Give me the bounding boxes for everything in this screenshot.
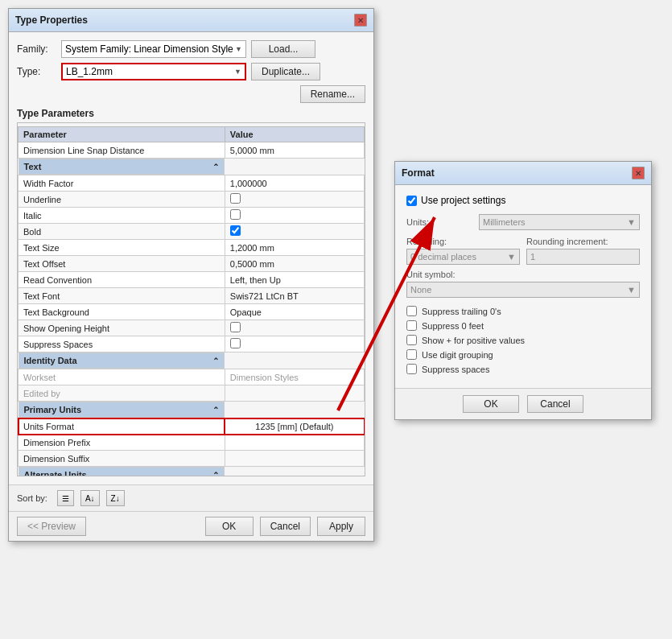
suppress-trailing-label: Suppress trailing 0's: [422, 307, 501, 316]
suppress-spaces-label: Suppress spaces: [422, 365, 489, 374]
table-cell-param: Text Background: [19, 304, 225, 320]
type-properties-title: Type Properties: [15, 14, 88, 26]
rename-button[interactable]: Rename...: [300, 85, 365, 103]
dialog-bottom-bar: Sort by: ☰ A↓ Z↓: [9, 484, 373, 511]
duplicate-button[interactable]: Duplicate...: [251, 63, 320, 80]
table-cell-value: [225, 451, 364, 467]
apply-button[interactable]: Apply: [317, 517, 365, 536]
param-checkbox[interactable]: [230, 322, 241, 332]
rounding-col: Rounding: 0 decimal places ▼: [406, 237, 520, 265]
units-row: Units: Millimeters ▼: [406, 214, 640, 230]
param-checkbox[interactable]: [230, 338, 241, 348]
table-cell-param: Width Factor: [19, 175, 225, 192]
table-row: Text FontSwis721 LtCn BT: [19, 288, 365, 304]
table-cell-param: Text Offset: [19, 256, 225, 272]
rounding-combo-arrow: ▼: [507, 252, 516, 262]
family-control-wrap: System Family: Linear Dimension Style ▼ …: [61, 40, 365, 58]
type-combo-arrow: ▼: [234, 68, 241, 76]
family-combo[interactable]: System Family: Linear Dimension Style ▼: [61, 40, 246, 58]
suppress-spaces-row: Suppress spaces: [406, 364, 640, 374]
table-cell-param: Units Format: [19, 418, 225, 435]
table-cell-value: Dimension Styles: [225, 369, 364, 385]
preview-button[interactable]: << Preview: [17, 517, 86, 536]
digit-grouping-label: Use digit grouping: [422, 350, 493, 360]
section-label: Text: [24, 162, 42, 171]
rounding-increment-col: Rounding increment:: [526, 237, 640, 265]
table-cell-param: Dimension Suffix: [19, 451, 225, 467]
param-checkbox[interactable]: [230, 193, 241, 204]
suppress-trailing-row: Suppress trailing 0's: [406, 306, 640, 316]
show-positive-row: Show + for positive values: [406, 335, 640, 345]
table-row: Dimension Prefix: [19, 435, 365, 451]
section-label: Identity Data: [24, 356, 77, 365]
table-cell-value: [225, 435, 364, 451]
sort-az-button[interactable]: A↓: [80, 490, 100, 506]
type-control-wrap: LB_1.2mm ▼ Duplicate...: [61, 63, 365, 80]
table-cell-value: [225, 385, 364, 402]
table-cell-value: [225, 208, 364, 224]
table-cell-param: Read Convention: [19, 272, 225, 288]
table-row: Suppress Spaces: [19, 336, 365, 352]
table-row: Edited by: [19, 385, 365, 402]
format-body: Use project settings Units: Millimeters …: [395, 185, 651, 388]
rounding-row: Rounding: 0 decimal places ▼ Rounding in…: [406, 237, 640, 265]
ok-button[interactable]: OK: [205, 517, 254, 536]
param-checkbox[interactable]: [230, 225, 241, 236]
table-row: WorksetDimension Styles: [19, 369, 365, 385]
table-row: Italic: [19, 208, 365, 224]
load-button[interactable]: Load...: [251, 40, 315, 58]
suppress-spaces-checkbox[interactable]: [406, 364, 417, 374]
sort-za-button[interactable]: Z↓: [106, 490, 125, 506]
rounding-value: 0 decimal places: [410, 252, 476, 262]
param-checkbox[interactable]: [230, 209, 241, 220]
table-cell-value: 0,5000 mm: [225, 256, 364, 272]
use-project-checkbox[interactable]: [406, 196, 417, 206]
params-table-scroll[interactable]: Parameter Value Dimension Line Snap Dist…: [17, 122, 365, 476]
table-row: Width Factor1,000000: [19, 175, 365, 192]
table-row: Text Offset0,5000 mm: [19, 256, 365, 272]
format-ok-button[interactable]: OK: [463, 395, 519, 413]
show-positive-label: Show + for positive values: [422, 336, 525, 345]
family-combo-arrow: ▼: [235, 45, 242, 53]
table-row[interactable]: Units Format1235 [mm] (Default): [19, 418, 365, 435]
type-properties-close-button[interactable]: ✕: [354, 14, 367, 27]
type-properties-body: Family: System Family: Linear Dimension …: [9, 32, 373, 484]
table-cell-param: Underline: [19, 192, 225, 208]
table-cell-param: Suppress Spaces: [19, 336, 225, 352]
table-cell-param: Dimension Line Snap Distance: [19, 142, 225, 159]
table-cell-param: Dimension Prefix: [19, 435, 225, 451]
cancel-button[interactable]: Cancel: [260, 517, 311, 536]
table-cell-value: [225, 336, 364, 352]
digit-grouping-checkbox[interactable]: [406, 349, 417, 360]
sort-default-button[interactable]: ☰: [57, 490, 74, 506]
table-cell-param: Text Font: [19, 288, 225, 304]
params-table-container: Parameter Value Dimension Line Snap Dist…: [17, 122, 365, 476]
table-cell-value: [225, 224, 364, 240]
table-cell-value: 1,2000 mm: [225, 240, 364, 256]
table-cell-value: Left, then Up: [225, 272, 364, 288]
show-positive-checkbox[interactable]: [406, 335, 417, 345]
table-cell-value: [225, 320, 364, 336]
table-cell-value: 1,000000: [225, 175, 364, 192]
table-cell-value: Opaque: [225, 304, 364, 320]
suppress-trailing-checkbox[interactable]: [406, 306, 417, 316]
unit-symbol-label: Unit symbol:: [406, 270, 640, 279]
table-cell-value: 1235 [mm] (Default): [225, 418, 364, 435]
dialog-footer: << Preview OK Cancel Apply: [9, 511, 373, 541]
type-combo[interactable]: LB_1.2mm ▼: [61, 63, 246, 80]
units-combo: Millimeters ▼: [479, 214, 640, 230]
table-cell-param: Bold: [19, 224, 225, 240]
format-cancel-button[interactable]: Cancel: [527, 395, 583, 413]
format-title: Format: [402, 167, 435, 179]
col-param: Parameter: [19, 127, 225, 142]
section-label: Alternate Units: [24, 470, 87, 476]
section-label: Primary Units: [24, 405, 82, 414]
rename-row: Rename...: [17, 85, 365, 103]
table-row: Dimension Line Snap Distance5,0000 mm: [19, 142, 365, 159]
suppress-feet-checkbox[interactable]: [406, 320, 417, 331]
suppress-feet-label: Suppress 0 feet: [422, 321, 484, 331]
sort-by-label: Sort by:: [17, 493, 47, 503]
unit-symbol-value: None: [410, 285, 431, 295]
format-close-button[interactable]: ✕: [632, 167, 645, 179]
unit-symbol-combo: None ▼: [406, 282, 640, 298]
